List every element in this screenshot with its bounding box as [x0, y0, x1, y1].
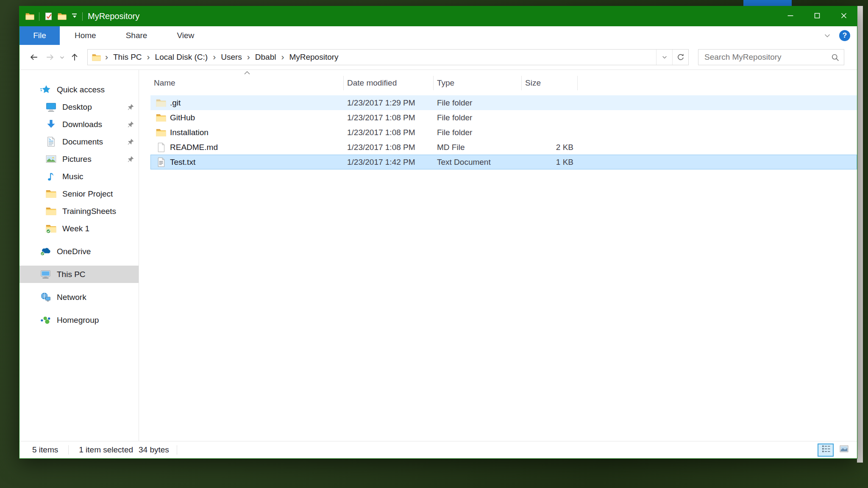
file-size: 1 KB — [522, 158, 578, 167]
homegroup-icon — [40, 315, 51, 325]
navigation-pane: Quick access Desktop Downloads Documents… — [19, 70, 139, 441]
sidebar-item-senior-project[interactable]: Senior Project — [19, 185, 139, 202]
file-row-installation[interactable]: Installation 1/23/2017 1:08 PM File fold… — [150, 125, 857, 140]
pin-icon — [127, 103, 134, 111]
close-icon — [839, 11, 849, 22]
ribbon-tabs: FileHomeShareView — [19, 26, 209, 45]
status-divider — [68, 445, 69, 455]
properties-check-icon[interactable] — [44, 12, 53, 21]
network-icon — [40, 292, 51, 302]
window-title: MyRepository — [88, 11, 139, 21]
sidebar-item-label: This PC — [57, 270, 86, 279]
file-type: Text Document — [434, 158, 522, 167]
up-button[interactable] — [68, 50, 81, 64]
file-name: Installation — [170, 128, 209, 137]
sidebar-item-label: Senior Project — [62, 189, 113, 199]
close-button[interactable] — [830, 6, 857, 26]
qat-separator — [82, 12, 83, 21]
column-header-size[interactable]: Size — [522, 76, 578, 90]
file-date-modified: 1/23/2017 1:08 PM — [344, 143, 434, 152]
forward-button[interactable] — [43, 50, 57, 64]
search-box[interactable] — [698, 49, 844, 65]
breadcrumb-users[interactable]: Users — [209, 50, 244, 65]
sidebar-item-this-pc[interactable]: This PC — [19, 266, 139, 283]
new-folder-icon[interactable] — [58, 12, 67, 21]
breadcrumb-local-disk-c[interactable]: Local Disk (C:) — [144, 50, 210, 65]
sidebar-item-week-1[interactable]: Week 1 — [19, 220, 139, 237]
refresh-button[interactable] — [672, 50, 688, 65]
sort-ascending-icon — [244, 71, 250, 75]
sidebar-item-label: Homegroup — [57, 316, 99, 325]
maximize-button[interactable] — [804, 6, 830, 26]
file-name: .git — [170, 98, 181, 108]
pin-icon — [127, 121, 134, 128]
sidebar-item-pictures[interactable]: Pictures — [19, 150, 139, 168]
file-row-git[interactable]: .git 1/23/2017 1:29 PM File folder — [150, 95, 857, 110]
navigation-toolbar: This PCLocal Disk (C:)UsersDbablMyReposi… — [19, 45, 857, 70]
sidebar-item-documents[interactable]: Documents — [19, 133, 139, 150]
file-type: File folder — [434, 98, 522, 108]
title-bar[interactable]: MyRepository — [19, 6, 857, 26]
documents-icon — [45, 136, 57, 147]
sidebar-item-label: OneDrive — [57, 247, 91, 256]
file-date-modified: 1/23/2017 1:29 PM — [344, 98, 434, 108]
file-row-github[interactable]: GitHub 1/23/2017 1:08 PM File folder — [150, 110, 857, 125]
sidebar-item-downloads[interactable]: Downloads — [19, 116, 139, 133]
file-row-test-txt[interactable]: Test.txt 1/23/2017 1:42 PM Text Document… — [150, 155, 857, 169]
explorer-window-icon — [25, 12, 34, 21]
file-icon — [156, 142, 166, 152]
sidebar-item-desktop[interactable]: Desktop — [19, 98, 139, 116]
tab-view[interactable]: View — [162, 26, 209, 45]
sidebar-item-onedrive[interactable]: OneDrive — [19, 243, 139, 260]
file-icon — [156, 113, 166, 123]
file-type: MD File — [434, 143, 522, 152]
pin-icon — [127, 155, 134, 163]
file-date-modified: 1/23/2017 1:42 PM — [344, 158, 434, 167]
ribbon-collapse-chevron-icon[interactable] — [823, 31, 832, 40]
sidebar-item-homegroup[interactable]: Homegroup — [19, 311, 139, 329]
details-view-icon — [821, 444, 831, 456]
breadcrumb-dbabl[interactable]: Dbabl — [244, 50, 278, 65]
back-button[interactable] — [27, 50, 41, 64]
address-folder-icon — [88, 53, 102, 62]
address-dropdown-button[interactable] — [656, 50, 672, 65]
breadcrumb-myrepository[interactable]: MyRepository — [278, 50, 340, 65]
tab-home[interactable]: Home — [60, 26, 111, 45]
tab-file[interactable]: File — [19, 26, 60, 45]
file-date-modified: 1/23/2017 1:08 PM — [344, 128, 434, 137]
explorer-content: Quick access Desktop Downloads Documents… — [19, 70, 857, 441]
sidebar-item-label: Pictures — [62, 155, 92, 164]
ribbon-tab-bar: FileHomeShareView ? — [19, 26, 857, 45]
thumbnails-view-button[interactable] — [836, 444, 852, 457]
sidebar-item-trainingsheets[interactable]: TrainingSheets — [19, 202, 139, 220]
help-icon[interactable]: ? — [839, 30, 850, 41]
column-header-date-modified[interactable]: Date modified — [344, 76, 434, 90]
qat-dropdown-icon[interactable] — [71, 13, 78, 20]
column-header-label: Date modified — [347, 78, 397, 88]
folder-icon — [45, 189, 57, 199]
details-view-button[interactable] — [818, 444, 834, 457]
tab-share[interactable]: Share — [111, 26, 162, 45]
file-row-readme-md[interactable]: README.md 1/23/2017 1:08 PM MD File 2 KB — [150, 140, 857, 155]
file-explorer-window: MyRepository FileHomeShareView ? This PC… — [19, 6, 857, 459]
column-header-label: Name — [154, 78, 175, 88]
file-name: README.md — [170, 143, 218, 152]
file-list: .git 1/23/2017 1:29 PM File folder GitHu… — [150, 95, 857, 169]
search-input[interactable] — [704, 53, 831, 62]
recent-locations-chevron-icon[interactable] — [58, 50, 66, 64]
column-header-type[interactable]: Type — [434, 76, 522, 90]
desktop-icon — [45, 102, 57, 112]
sidebar-item-music[interactable]: Music — [19, 168, 139, 185]
minimize-icon — [786, 11, 795, 22]
column-header-name[interactable]: Name — [150, 76, 344, 90]
file-type: File folder — [434, 113, 522, 122]
downloads-icon — [45, 119, 57, 130]
thumbnails-view-icon — [839, 444, 849, 456]
address-bar[interactable]: This PCLocal Disk (C:)UsersDbablMyReposi… — [87, 49, 689, 65]
folder-synced-icon — [45, 223, 57, 234]
minimize-button[interactable] — [777, 6, 804, 26]
sidebar-item-quick-access[interactable]: Quick access — [19, 81, 139, 98]
breadcrumb: This PCLocal Disk (C:)UsersDbablMyReposi… — [102, 50, 656, 65]
sidebar-item-network[interactable]: Network — [19, 288, 139, 306]
breadcrumb-this-pc[interactable]: This PC — [102, 50, 144, 65]
